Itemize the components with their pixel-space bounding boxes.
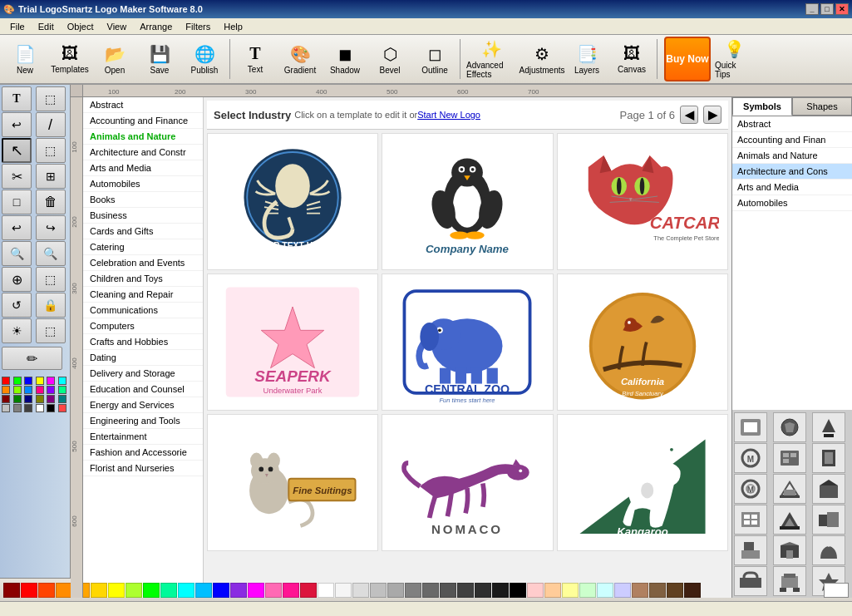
category-item-2[interactable]: Animals and Nature (83, 129, 203, 145)
bottom-color-1[interactable] (21, 583, 37, 598)
rotate-tool-btn[interactable]: ↺ (2, 293, 32, 318)
maximize-button[interactable]: □ (820, 3, 834, 15)
color-swatch-5[interactable] (58, 377, 66, 385)
bottom-color-3[interactable] (56, 583, 72, 598)
lock-tool-btn[interactable]: 🔒 (36, 293, 66, 318)
right-cat-architecture[interactable]: Architecture and Cons (732, 164, 852, 180)
color-swatch-7[interactable] (13, 386, 22, 394)
bottom-color-21[interactable] (370, 583, 387, 598)
color-swatch-21[interactable] (36, 404, 44, 412)
bevel-button[interactable]: ⬡ Bevel (368, 37, 411, 81)
bottom-color-33[interactable] (579, 583, 596, 598)
symbol-cell-8[interactable] (773, 474, 806, 504)
bottom-color-2[interactable] (38, 583, 55, 598)
group-tool-btn[interactable]: ⬚ (36, 267, 66, 292)
quick-tips-button[interactable]: 💡 Quick Tips (712, 37, 756, 81)
color-swatch-16[interactable] (47, 395, 55, 403)
category-item-3[interactable]: Architecture and Constr (83, 145, 203, 160)
select-tool-btn[interactable]: ⬚ (36, 86, 66, 111)
right-cat-abstract[interactable]: Abstract (732, 116, 852, 132)
crop-tool-btn[interactable]: ⊞ (36, 164, 66, 189)
logo-cell-1[interactable]: YOUR TEXT HERE (207, 133, 378, 270)
bottom-color-13[interactable] (230, 583, 247, 598)
bottom-color-28[interactable] (492, 583, 509, 598)
category-item-10[interactable]: Celebration and Events (83, 255, 203, 271)
color-swatch-9[interactable] (36, 386, 44, 394)
next-page-button[interactable]: ▶ (703, 106, 721, 124)
zoom-in-tool-btn[interactable]: 🔍 (2, 241, 32, 266)
menu-file[interactable]: File (3, 20, 32, 33)
color-swatch-14[interactable] (24, 395, 32, 403)
symbol-cell-15[interactable] (812, 535, 845, 565)
logo-cell-3[interactable]: CATCARE The Complete Pet Store (557, 133, 728, 270)
category-item-0[interactable]: Abstract (83, 97, 203, 113)
color-picker-white[interactable] (824, 583, 849, 598)
bottom-color-29[interactable] (510, 583, 526, 598)
shadow-button[interactable]: ◼ Shadow (323, 37, 367, 81)
menu-view[interactable]: View (101, 20, 134, 33)
minimize-button[interactable]: _ (805, 3, 819, 15)
category-item-22[interactable]: Fashion and Accessorie (83, 445, 203, 461)
logo-cell-2[interactable]: Company Name (382, 133, 553, 270)
symbol-cell-13[interactable] (734, 535, 767, 565)
redo-tool-btn[interactable]: ↪ (36, 215, 66, 240)
bottom-color-23[interactable] (405, 583, 421, 598)
logo-cell-5[interactable]: CENTRAL ZOO Fun times start here (382, 274, 553, 411)
new-button[interactable]: 📄 New (3, 37, 47, 81)
outline-button[interactable]: ◻ Outline (413, 37, 456, 81)
bottom-color-30[interactable] (527, 583, 544, 598)
bottom-color-31[interactable] (544, 583, 561, 598)
symbol-cell-2[interactable] (773, 412, 806, 442)
bottom-color-5[interactable] (91, 583, 107, 598)
right-cat-arts[interactable]: Arts and Media (732, 180, 852, 195)
rect-tool-btn[interactable]: □ (2, 190, 32, 214)
category-item-13[interactable]: Communications (83, 303, 203, 318)
layers-button[interactable]: 📑 Layers (565, 37, 608, 81)
color-swatch-3[interactable] (36, 377, 44, 385)
bottom-color-7[interactable] (126, 583, 142, 598)
bottom-color-22[interactable] (387, 583, 404, 598)
bottom-color-11[interactable] (195, 583, 212, 598)
category-item-15[interactable]: Crafts and Hobbies (83, 334, 203, 350)
color-swatch-17[interactable] (58, 395, 66, 403)
templates-button[interactable]: 🖼 Templates (48, 37, 91, 81)
bottom-color-0[interactable] (3, 583, 20, 598)
gradient-button[interactable]: 🎨 Gradient (278, 37, 322, 81)
open-button[interactable]: 📂 Open (93, 37, 136, 81)
bottom-color-27[interactable] (475, 583, 491, 598)
color-swatch-12[interactable] (2, 395, 10, 403)
symbol-cell-9[interactable] (812, 474, 845, 504)
category-item-6[interactable]: Books (83, 192, 203, 208)
symbol-cell-1[interactable] (734, 412, 767, 442)
titlebar-controls[interactable]: _ □ ✕ (805, 3, 849, 15)
category-item-5[interactable]: Automobiles (83, 176, 203, 192)
logo-cell-9[interactable]: Kangaroo (557, 414, 728, 551)
color-swatch-10[interactable] (47, 386, 55, 394)
color-swatch-0[interactable] (2, 377, 10, 385)
symbol-cell-10[interactable] (734, 505, 767, 535)
adjustments-button[interactable]: ⚙ Adjustments (520, 37, 564, 81)
undo-tool-btn[interactable]: ↩ (2, 112, 32, 137)
bottom-color-9[interactable] (160, 583, 177, 598)
bottom-color-35[interactable] (614, 583, 631, 598)
color-swatch-22[interactable] (47, 404, 55, 412)
bottom-color-34[interactable] (597, 583, 613, 598)
color-swatch-13[interactable] (13, 395, 22, 403)
effect-tool-btn[interactable]: ☀ (2, 318, 32, 343)
symbol-cell-14[interactable] (773, 535, 806, 565)
cut-tool-btn[interactable]: ✂ (2, 164, 32, 189)
bottom-color-16[interactable] (283, 583, 299, 598)
draw-tool-btn[interactable]: ✏ (2, 347, 62, 370)
bottom-color-26[interactable] (457, 583, 474, 598)
menu-arrange[interactable]: Arrange (133, 20, 179, 33)
undo2-tool-btn[interactable]: ↩ (2, 215, 32, 240)
category-item-21[interactable]: Entertainment (83, 429, 203, 445)
category-item-9[interactable]: Catering (83, 239, 203, 255)
category-item-14[interactable]: Computers (83, 318, 203, 334)
bottom-color-10[interactable] (178, 583, 195, 598)
shape-tool-btn[interactable]: ⊕ (2, 267, 32, 292)
bottom-color-38[interactable] (667, 583, 683, 598)
color-swatch-18[interactable] (2, 404, 10, 412)
right-cat-automobiles[interactable]: Automobiles (732, 195, 852, 211)
line-tool-btn[interactable]: / (36, 112, 66, 137)
